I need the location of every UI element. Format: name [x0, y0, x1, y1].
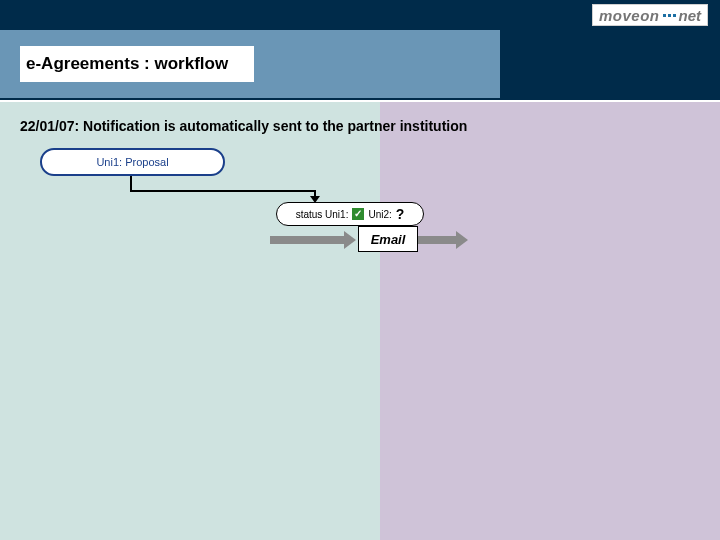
title-band-right [500, 30, 720, 98]
status-oval: status Uni1: ✓ Uni2: ? [276, 202, 424, 226]
logo-text-moveon: moveon [599, 7, 660, 24]
connector-line [130, 190, 314, 192]
email-label: Email [371, 232, 406, 247]
title-band: e-Agreements : workflow [0, 30, 720, 100]
logo: moveon net [592, 4, 708, 26]
slide: moveon net e-Agreements : workflow 22/01… [0, 0, 720, 540]
connector-line [130, 176, 132, 190]
subtitle: 22/01/07: Notification is automatically … [20, 118, 467, 134]
email-box: Email [358, 226, 418, 252]
logo-dots-icon [662, 14, 677, 17]
status-uni2-label: Uni2: [368, 209, 391, 220]
check-icon: ✓ [352, 208, 364, 220]
content-right-panel [380, 102, 720, 540]
top-bar: moveon net [0, 0, 720, 30]
arrow-icon [270, 236, 344, 244]
proposal-box: Uni1: Proposal [40, 148, 225, 176]
proposal-label: Uni1: Proposal [96, 156, 168, 168]
content-area: 22/01/07: Notification is automatically … [0, 102, 720, 540]
arrow-icon [418, 236, 456, 244]
page-title: e-Agreements : workflow [20, 46, 254, 82]
status-uni1-label: status Uni1: [296, 209, 349, 220]
question-mark-icon: ? [396, 206, 405, 222]
logo-text-net: net [679, 7, 702, 24]
